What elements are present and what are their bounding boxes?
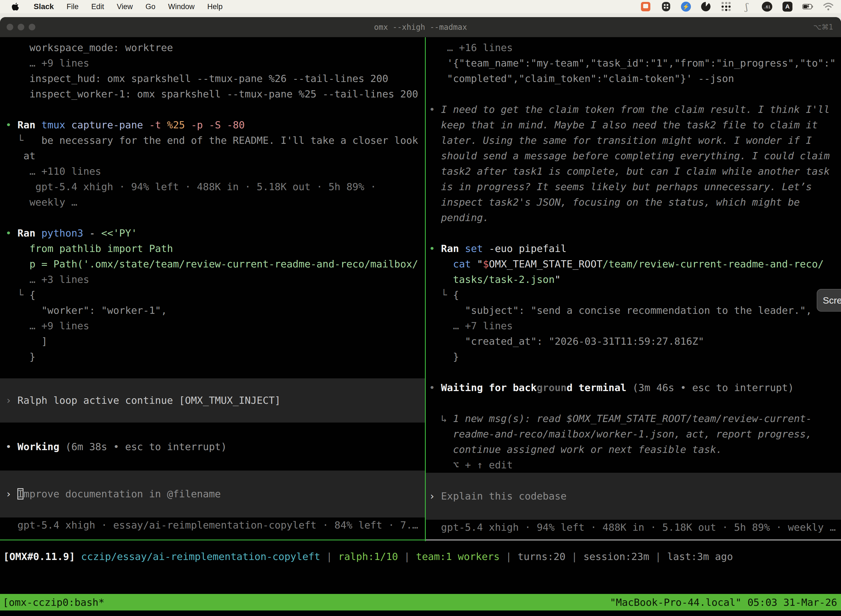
waiting-status: • Waiting for background terminal (3m 46…: [426, 380, 841, 396]
terminal-line: "completed","claim_token":"claim-token"}…: [426, 71, 841, 87]
omx-status-line: [OMX#0.11.9] cczip/essay/ai-reimplementa…: [0, 549, 841, 565]
terminal-line: … +16 lines: [426, 40, 841, 56]
terminal-line: … +110 lines: [0, 164, 425, 179]
message-hint-line: ↳ 1 new msg(s): read $OMX_TEAM_STATE_ROO…: [426, 411, 841, 427]
menu-item-edit[interactable]: Edit: [91, 3, 104, 11]
menu-item-view[interactable]: View: [117, 3, 133, 11]
terminal-line: … +7 lines: [426, 318, 841, 334]
pane-worker[interactable]: … +16 lines '{"team_name":"my-team","tas…: [426, 37, 841, 540]
terminal-line: [426, 396, 841, 411]
tmux-host-clock: "MacBook-Pro-44.local" 05:03 31-Mar-26: [610, 597, 841, 608]
thinking-line: pending.: [426, 210, 841, 226]
a-app-icon[interactable]: A: [782, 1, 793, 12]
tmux-session-name: [omx-cczip0:bash*: [0, 597, 104, 608]
menu-item-go[interactable]: Go: [145, 3, 155, 11]
terminal-line: … +9 lines: [0, 56, 425, 71]
terminal-line: └ be necessary for the end of the README…: [0, 133, 425, 148]
thinking-line: keep that in mind. Maybe I also need the…: [426, 117, 841, 133]
dots-grid-icon[interactable]: [721, 1, 732, 12]
pane-footer-right: gpt-5.4 xhigh · 94% left · 488K in · 5.1…: [426, 520, 841, 535]
terminal-line: "worker": "worker-1",: [0, 303, 425, 318]
thinking-line: • I need to get the claim token from the…: [426, 102, 841, 117]
message-hint-line: readme-and-reco/mailbox/worker-1.json, a…: [426, 427, 841, 442]
working-status: • Working (6m 38s • esc to interrupt): [0, 439, 425, 455]
thinking-line: should send a message before completing …: [426, 148, 841, 164]
prompt-input-left-text: › Improve documentation in @filename: [0, 486, 425, 502]
edit-hint-line: ⌥ + ↑ edit: [426, 457, 841, 473]
terminal-line: [0, 102, 425, 117]
window-shortcut-hint: ⌥⌘1: [813, 23, 841, 31]
pane-hud[interactable]: workspace_mode: worktree … +9 lines insp…: [0, 37, 425, 540]
terminal-line-ran-set: • Ran set -euo pipefail: [426, 241, 841, 257]
inject-banner: › Ralph loop active continue [OMX_TMUX_I…: [0, 378, 425, 422]
terminal-line: workspace_mode: worktree: [0, 40, 425, 56]
thinking-line: task2 after task1 is complete, but can I…: [426, 164, 841, 179]
terminal-line: from pathlib import Path: [0, 241, 425, 257]
apple-menu-icon[interactable]: [10, 1, 21, 12]
terminal-line: tasks/task-2.json": [426, 272, 841, 287]
menu-app-name[interactable]: Slack: [34, 2, 54, 11]
terminal-line: inspect_hud: omx sparkshell --tmux-pane …: [0, 71, 425, 87]
message-hint-line: continue assigned work or next feasible …: [426, 442, 841, 457]
terminal-line: [0, 210, 425, 226]
terminal-line: }: [0, 349, 425, 365]
terminal-line: at: [0, 148, 425, 164]
tmux-panes: workspace_mode: worktree … +9 lines insp…: [0, 37, 841, 541]
tmux-status-bar: [omx-cczip0:bash* "MacBook-Pro-44.local"…: [0, 594, 841, 610]
prompt-input-right-text: › Explain this codebase: [426, 488, 841, 504]
terminal-line: inspect_worker-1: omx sparkshell --tmux-…: [0, 87, 425, 102]
window-title-bar: omx --xhigh --madmax ⌥⌘1: [0, 17, 841, 37]
terminal-line-ran-tmux: • Ran tmux capture-pane -t %25 -p -S -80: [0, 117, 425, 133]
shield-grid-icon[interactable]: [661, 1, 672, 12]
menu-item-help[interactable]: Help: [207, 3, 223, 11]
notification-badge-icon[interactable]: ⚡: [681, 1, 691, 12]
terminal-line: cat "$OMX_TEAM_STATE_ROOT/team/review-cu…: [426, 257, 841, 272]
terminal-line: [426, 365, 841, 380]
inject-banner-text: › Ralph loop active continue [OMX_TMUX_I…: [0, 393, 425, 408]
chat-icon[interactable]: [640, 1, 651, 12]
omx-status-area: [OMX#0.11.9] cczip/essay/ai-reimplementa…: [0, 541, 841, 594]
window-bottom-pad: [0, 610, 841, 616]
battery-icon[interactable]: [802, 1, 813, 12]
spacer: [0, 455, 425, 471]
terminal-line: └ {: [426, 287, 841, 303]
pane-footer-left: gpt-5.4 xhigh · essay/ai-reimplementatio…: [0, 518, 425, 533]
apple-logo-icon: [11, 2, 20, 11]
terminal-line: ]: [0, 334, 425, 349]
terminal-line: }: [426, 349, 841, 365]
percent-badge-icon[interactable]: ..61: [762, 1, 772, 12]
window-title: omx --xhigh --madmax: [0, 23, 841, 32]
spacer: [0, 365, 425, 378]
terminal-window: omx --xhigh --madmax ⌥⌘1 workspace_mode:…: [0, 17, 841, 616]
prompt-input-right[interactable]: › Explain this codebase: [426, 473, 841, 520]
thinking-line: is in progress? It seems likely but perh…: [426, 179, 841, 195]
thinking-line: later. Using the same for transition mig…: [426, 133, 841, 148]
screen-share-pill[interactable]: Scre: [817, 289, 841, 312]
terminal-line: gpt-5.4 xhigh · 94% left · 488K in · 5.1…: [0, 179, 425, 195]
menu-item-window[interactable]: Window: [168, 3, 195, 11]
prompt-input-left[interactable]: › Improve documentation in @filename: [0, 471, 425, 518]
spacer: [0, 422, 425, 439]
terminal-line: p = Path('.omx/state/team/review-current…: [0, 257, 425, 272]
wifi-icon[interactable]: [823, 1, 834, 12]
menu-bar: Slack File Edit View Go Window Help ⚡ ʃ …: [0, 0, 841, 13]
terminal-line: '{"team_name":"my-team","task_id":"1","f…: [426, 56, 841, 71]
squiggle-icon[interactable]: ʃ: [741, 1, 752, 12]
terminal-line: weekly …: [0, 195, 425, 210]
terminal-line: … +9 lines: [0, 318, 425, 334]
terminal-line: "subject": "send a concise recommendatio…: [426, 303, 841, 318]
terminal-line: "created_at": "2026-03-31T11:59:27.816Z": [426, 334, 841, 349]
terminal-line-ran-python: • Ran python3 - <<'PY': [0, 226, 425, 241]
terminal-line: [426, 226, 841, 241]
terminal-line: [426, 87, 841, 102]
terminal-line: … +3 lines: [0, 272, 425, 287]
terminal-line: └ {: [0, 287, 425, 303]
thinking-line: inspect task2's JSON, focusing on the st…: [426, 195, 841, 210]
menu-item-file[interactable]: File: [66, 3, 79, 11]
pie-chart-icon[interactable]: [700, 1, 711, 12]
